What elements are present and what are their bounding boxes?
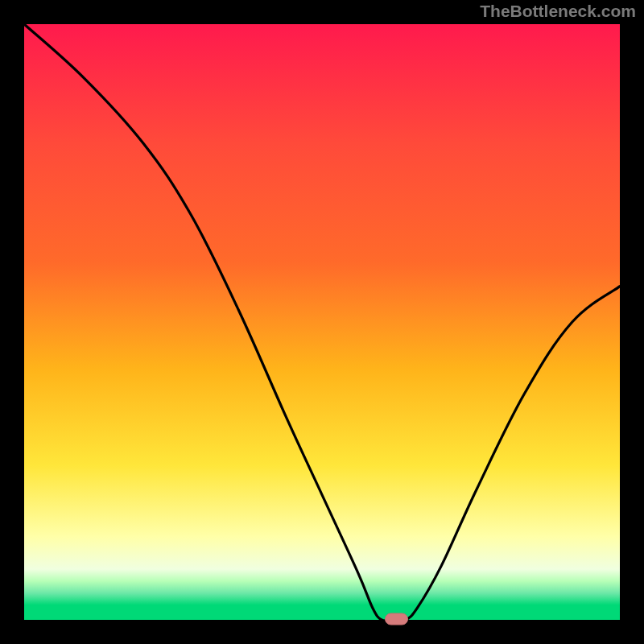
attribution-label: TheBottleneck.com [480,2,636,21]
optimal-marker [386,613,408,625]
chart-frame: TheBottleneck.com [0,0,644,644]
bottleneck-chart [0,0,644,644]
svg-rect-0 [24,24,620,620]
